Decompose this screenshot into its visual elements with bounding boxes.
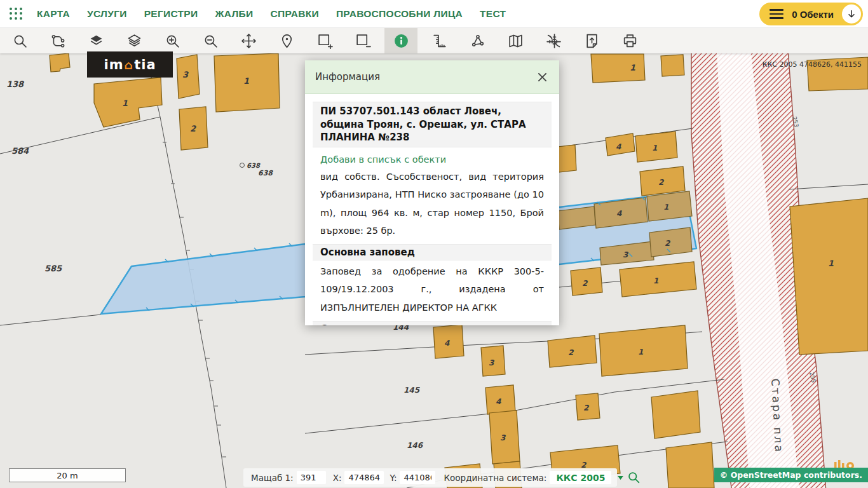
nav-item-uslugi[interactable]: УСЛУГИ xyxy=(87,8,127,20)
coordinates-search-button[interactable] xyxy=(627,471,641,484)
nav-item-test[interactable]: ТЕСТ xyxy=(480,8,506,20)
route-icon xyxy=(50,33,66,49)
map-label: 3 xyxy=(182,70,189,79)
map-label: 1 xyxy=(630,63,635,72)
select-remove-icon xyxy=(355,33,371,49)
zoom-in-icon xyxy=(165,33,180,49)
measure-length-icon xyxy=(431,33,447,49)
tool-zoom-out[interactable] xyxy=(194,28,227,53)
map-label: 145 xyxy=(403,386,421,395)
tool-print[interactable] xyxy=(613,28,646,53)
tool-map-sheets[interactable] xyxy=(499,28,532,53)
building xyxy=(661,55,684,76)
map-label: 1 xyxy=(653,276,658,285)
section-neighbors: Съседи xyxy=(313,321,552,325)
scale-bar: 20 m xyxy=(9,468,126,482)
apps-grid-icon[interactable] xyxy=(9,8,23,20)
layers-stack-icon xyxy=(126,33,142,49)
objects-counter-button[interactable]: 0 Обекти xyxy=(759,3,863,25)
map-label: 1 xyxy=(243,76,249,86)
building xyxy=(651,391,700,438)
top-navbar: КАРТАУСЛУГИРЕГИСТРИЖАЛБИСПРАВКИПРАВОСПОС… xyxy=(0,0,868,28)
map-label: 2 xyxy=(190,124,196,133)
building xyxy=(790,198,868,355)
crs-dropdown[interactable]: ККС 2005 xyxy=(550,471,611,484)
info-popup-body: ПИ 53707.501.143 област Ловеч, община Тр… xyxy=(305,94,559,325)
nav-item-registri[interactable]: РЕГИСТРИ xyxy=(144,8,198,20)
watermark-text: tia xyxy=(134,57,156,72)
nav-item-karta[interactable]: КАРТА xyxy=(37,8,70,20)
download-objects-button[interactable] xyxy=(842,4,861,24)
map-label: 584 xyxy=(11,146,29,156)
map-label: 1 xyxy=(122,98,128,108)
building xyxy=(666,442,714,488)
map-toolbar xyxy=(0,28,868,53)
crs-value: ККС 2005 xyxy=(556,473,605,483)
tool-info[interactable] xyxy=(384,28,417,53)
osm-attribution[interactable]: © OpenStreetMap contributors. xyxy=(714,468,868,482)
tool-coordinate-grid[interactable] xyxy=(537,28,570,53)
tool-export[interactable] xyxy=(575,28,608,53)
x-label: X: xyxy=(333,473,342,483)
watermark-text: im xyxy=(104,57,123,72)
export-icon xyxy=(584,33,600,49)
map-label: 585 xyxy=(44,264,62,273)
attribution-text: © OpenStreetMap contributors. xyxy=(720,470,862,480)
tool-layers-active[interactable] xyxy=(79,28,112,53)
nav-item-pravosposobni-litsa[interactable]: ПРАВОСПОСОБНИ ЛИЦА xyxy=(336,8,463,20)
map-label: 638 xyxy=(247,162,261,169)
search-icon xyxy=(12,33,28,49)
map-label: 138 xyxy=(6,79,25,89)
bottom-controls: Мащаб 1: X: Y: Координатна система: ККС … xyxy=(243,468,617,487)
x-coordinate-input[interactable] xyxy=(344,471,384,484)
pan-icon xyxy=(241,33,257,49)
property-title: ПИ 53707.501.143 област Ловеч, община Тр… xyxy=(313,102,552,147)
arrow-down-icon xyxy=(846,9,857,19)
nav-menu: КАРТАУСЛУГИРЕГИСТРИЖАЛБИСПРАВКИПРАВОСПОС… xyxy=(37,8,859,20)
map-label: 4 xyxy=(444,339,450,348)
tool-location-pin[interactable] xyxy=(270,28,303,53)
location-pin-icon xyxy=(279,33,295,49)
house-icon: ⌂ xyxy=(125,58,134,72)
print-icon xyxy=(622,33,638,49)
map-label: 1 xyxy=(638,348,643,356)
map-sheets-icon xyxy=(508,33,524,49)
layers-active-icon xyxy=(88,33,104,49)
map-label: 1 xyxy=(663,203,668,212)
order-text: Заповед за одобрение на КККР 300-5-109/1… xyxy=(320,262,544,316)
tool-select-add[interactable] xyxy=(308,28,341,53)
property-details: вид собств. Съсобственост, вид територия… xyxy=(320,168,544,240)
chevron-down-icon[interactable] xyxy=(617,475,624,480)
hamburger-icon xyxy=(770,9,783,19)
imotia-watermark: im⌂tia xyxy=(87,51,173,78)
nav-item-spravki[interactable]: СПРАВКИ xyxy=(271,8,319,20)
close-icon[interactable] xyxy=(536,71,549,84)
tool-pan[interactable] xyxy=(232,28,265,53)
info-icon xyxy=(393,33,409,49)
add-to-objects-link[interactable]: Добави в списък с обекти xyxy=(320,154,544,165)
tool-route[interactable] xyxy=(41,28,74,53)
tool-measure-area[interactable] xyxy=(461,28,494,53)
map-corner-coordinates: ККС 2005 4748626, 441155 xyxy=(763,60,862,69)
zoom-out-icon xyxy=(203,33,219,49)
map-label: 4 xyxy=(616,142,621,151)
scale-label: Мащаб 1: xyxy=(251,473,294,483)
map-label: 638 xyxy=(258,169,273,177)
section-main-order: Основна заповед xyxy=(313,244,552,261)
tool-layers-stack[interactable] xyxy=(118,28,151,53)
coordinate-grid-icon xyxy=(546,33,562,49)
info-popup-header: Информация xyxy=(305,60,559,94)
map-label: 1 xyxy=(828,259,834,268)
tool-search[interactable] xyxy=(3,28,36,53)
nav-item-zhalbi[interactable]: ЖАЛБИ xyxy=(215,8,253,20)
tool-zoom-in[interactable] xyxy=(156,28,189,53)
building xyxy=(591,54,645,83)
tool-measure-length[interactable] xyxy=(423,28,456,53)
popup-title: Информация xyxy=(315,71,380,83)
scale-input[interactable] xyxy=(297,471,326,484)
map-label: 4 xyxy=(616,209,622,218)
tool-select-remove[interactable] xyxy=(346,28,379,53)
search-icon xyxy=(627,471,641,484)
crs-label: Координатна система: xyxy=(444,473,546,483)
y-coordinate-input[interactable] xyxy=(400,471,435,484)
